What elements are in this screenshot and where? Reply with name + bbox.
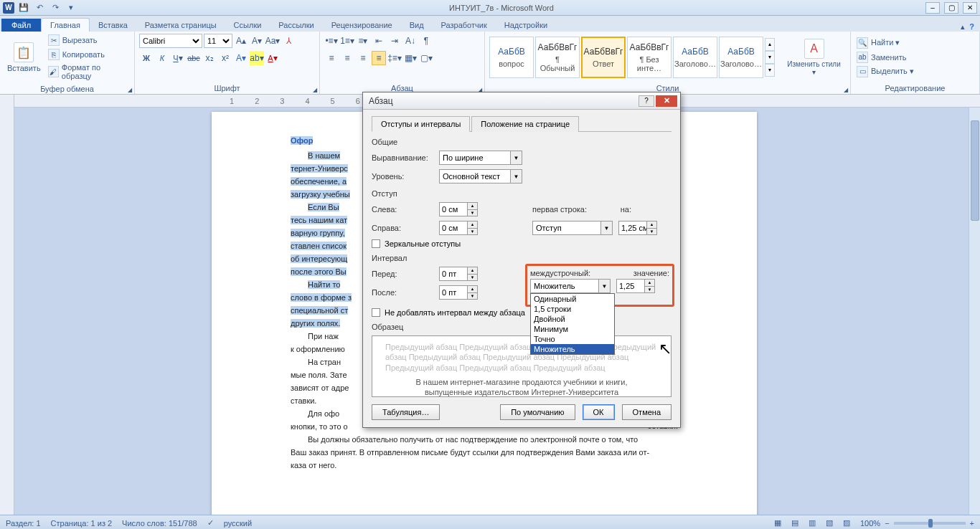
save-icon[interactable]: 💾 [17, 1, 30, 14]
subscript-icon[interactable]: x₂ [202, 51, 217, 65]
spin-down-icon[interactable]: ▼ [468, 275, 477, 281]
up-icon[interactable]: ▴ [765, 38, 775, 51]
indent-right-spin[interactable]: 0 см▲▼ [439, 221, 478, 235]
clipboard-launcher-icon[interactable]: ◢ [128, 87, 132, 93]
vertical-scrollbar[interactable] [969, 108, 980, 515]
tab-review[interactable]: Рецензирование [323, 19, 401, 32]
ok-button[interactable]: ОК [583, 404, 615, 420]
view-draft-icon[interactable]: ▨ [843, 518, 850, 528]
font-launcher-icon[interactable]: ◢ [313, 87, 317, 93]
change-styles-button[interactable]: A Изменить стили ▾ [782, 37, 846, 77]
font-color-icon[interactable]: A▾ [265, 51, 280, 65]
text-effects-icon[interactable]: A▾ [234, 51, 248, 65]
tab-indents[interactable]: Отступы и интервалы [372, 116, 470, 132]
dropdown-option-selected[interactable]: Множитель [531, 344, 614, 354]
clear-formatting-icon[interactable]: ⅄ [281, 34, 296, 48]
default-button[interactable]: По умолчанию [500, 404, 575, 420]
help-icon[interactable]: ? [969, 22, 974, 32]
change-case-icon[interactable]: Aa▾ [265, 34, 280, 48]
increase-indent-icon[interactable]: ⇥ [387, 34, 402, 48]
word-icon[interactable]: W [3, 2, 14, 14]
dialog-titlebar[interactable]: Абзац ? ✕ [363, 92, 680, 110]
linespacing-combo[interactable]: Множитель▼ [530, 279, 611, 293]
zoom-out-icon[interactable]: − [885, 519, 889, 528]
multilevel-icon[interactable]: ≡▾ [356, 34, 370, 48]
find-button[interactable]: 🔍Найти ▾ [855, 37, 915, 49]
grow-font-icon[interactable]: A▴ [234, 34, 248, 48]
style-item[interactable]: АаБбВвГг¶ Без инте… [627, 37, 672, 78]
spin-down-icon[interactable]: ▼ [468, 210, 477, 216]
tab-position[interactable]: Положение на странице [471, 116, 579, 132]
tab-file[interactable]: Файл [1, 19, 41, 32]
dialog-help-button[interactable]: ? [639, 95, 654, 107]
tab-addins[interactable]: Надстройки [496, 19, 556, 32]
cut-button[interactable]: ✂Вырезать [47, 34, 130, 47]
justify-icon[interactable]: ≡ [372, 51, 386, 65]
styles-gallery[interactable]: АаБбВвопрос АаБбВвГг¶ Обычный АаБбВвГгОт… [489, 37, 775, 78]
tab-view[interactable]: Вид [401, 19, 433, 32]
ribbon-minimize-icon[interactable]: ▴ [961, 22, 965, 32]
linespacing-dropdown[interactable]: Одинарный 1,5 строки Двойной Минимум Точ… [530, 293, 615, 355]
mirror-indents-check[interactable]: Зеркальные отступы [372, 239, 672, 248]
zoom-in-icon[interactable]: + [970, 519, 974, 528]
close-button[interactable]: ✕ [963, 2, 977, 14]
status-section[interactable]: Раздел: 1 [6, 519, 41, 528]
align-center-icon[interactable]: ≡ [340, 51, 354, 65]
view-web-icon[interactable]: ▥ [809, 518, 816, 528]
decrease-indent-icon[interactable]: ⇤ [372, 34, 386, 48]
select-button[interactable]: ▭Выделить ▾ [855, 65, 915, 78]
view-outline-icon[interactable]: ▧ [826, 518, 833, 528]
align-right-icon[interactable]: ≡ [356, 51, 370, 65]
dialog-close-button[interactable]: ✕ [656, 95, 677, 107]
borders-icon[interactable]: ▢▾ [419, 51, 433, 65]
more-icon[interactable]: ▾ [765, 64, 775, 77]
align-combo[interactable]: По ширине▼ [439, 151, 522, 165]
bullets-icon[interactable]: •≡▾ [324, 34, 339, 48]
undo-icon[interactable]: ↶ [33, 1, 46, 14]
scrollbar-thumb[interactable] [971, 120, 979, 221]
zoom-value[interactable]: 100% [860, 519, 880, 528]
style-item[interactable]: АаБбВвГг¶ Обычный [535, 37, 580, 78]
qat-dropdown-icon[interactable]: ▾ [65, 1, 77, 14]
maximize-button[interactable]: ▢ [944, 2, 958, 14]
by-spin[interactable]: 1,25 см▲▼ [618, 221, 657, 235]
minimize-button[interactable]: – [925, 2, 940, 14]
copy-button[interactable]: ⎘Копировать [47, 48, 130, 61]
font-size-combo[interactable]: 11 [204, 34, 232, 48]
show-marks-icon[interactable]: ¶ [419, 34, 433, 48]
spin-up-icon[interactable]: ▲ [468, 286, 477, 293]
spin-down-icon[interactable]: ▼ [468, 229, 477, 235]
spin-up-icon[interactable]: ▲ [468, 267, 477, 275]
status-words[interactable]: Число слов: 151/788 [122, 519, 197, 528]
superscript-icon[interactable]: x² [218, 51, 232, 65]
redo-icon[interactable]: ↷ [49, 1, 62, 14]
replace-button[interactable]: abЗаменить [855, 51, 915, 64]
format-painter-button[interactable]: 🖌Формат по образцу [47, 62, 130, 81]
value-spin[interactable]: 1,25▲▼ [616, 279, 655, 293]
noadd-check[interactable]: Не добавлять интервал между абзаца [372, 308, 672, 317]
dropdown-option[interactable]: Минимум [531, 324, 614, 334]
tab-mailings[interactable]: Рассылки [270, 19, 322, 32]
zoom-thumb[interactable] [928, 519, 933, 528]
italic-icon[interactable]: К [155, 51, 169, 65]
status-page[interactable]: Страница: 1 из 2 [51, 519, 113, 528]
highlight-icon[interactable]: ab▾ [250, 51, 264, 65]
down-icon[interactable]: ▾ [765, 51, 775, 64]
zoom-control[interactable]: 100% − + [860, 519, 974, 528]
firstline-combo[interactable]: Отступ▼ [532, 221, 613, 235]
spin-down-icon[interactable]: ▼ [468, 293, 477, 300]
tab-layout[interactable]: Разметка страницы [136, 19, 225, 32]
underline-icon[interactable]: Ч▾ [171, 51, 185, 65]
spin-up-icon[interactable]: ▲ [468, 221, 477, 229]
style-item[interactable]: АаБбВЗаголово… [719, 37, 763, 78]
shading-icon[interactable]: ▦▾ [403, 51, 418, 65]
status-language[interactable]: русский [224, 519, 252, 528]
styles-launcher-icon[interactable]: ◢ [844, 87, 848, 93]
sort-icon[interactable]: A↓ [403, 34, 418, 48]
cancel-button[interactable]: Отмена [622, 404, 672, 420]
strike-icon[interactable]: abc [187, 51, 201, 65]
tab-insert[interactable]: Вставка [90, 19, 136, 32]
dropdown-option[interactable]: 1,5 строки [531, 304, 614, 314]
tab-references[interactable]: Ссылки [225, 19, 270, 32]
style-item[interactable]: АаБбВвопрос [489, 37, 534, 78]
